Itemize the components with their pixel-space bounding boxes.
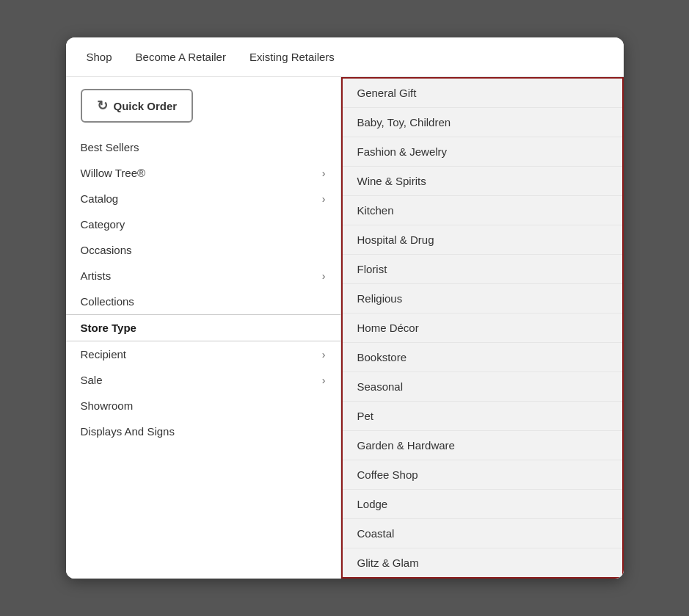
sidebar-item-showroom[interactable]: Showroom <box>66 393 340 418</box>
right-item-glitz-glam[interactable]: Glitz & Glam <box>343 548 622 577</box>
right-item-general-gift[interactable]: General Gift <box>343 79 622 108</box>
right-panel: General Gift Baby, Toy, Children Fashion… <box>341 77 624 579</box>
chevron-right-icon: › <box>322 193 326 205</box>
sidebar-item-willow-tree[interactable]: Willow Tree® › <box>66 160 340 186</box>
chevron-right-icon: › <box>322 374 326 386</box>
browser-frame: Shop Become A Retailer Existing Retailer… <box>66 37 624 579</box>
nav-become-retailer[interactable]: Become A Retailer <box>136 51 226 63</box>
sidebar-item-recipient[interactable]: Recipient › <box>66 341 340 367</box>
refresh-icon: ↻ <box>97 98 108 114</box>
sidebar-item-store-type[interactable]: Store Type <box>66 314 340 341</box>
sidebar-item-occasions[interactable]: Occasions <box>66 237 340 263</box>
right-item-fashion-jewelry[interactable]: Fashion & Jewelry <box>343 137 622 167</box>
right-item-home-decor[interactable]: Home Décor <box>343 314 622 343</box>
chevron-right-icon: › <box>322 167 326 179</box>
right-item-seasonal[interactable]: Seasonal <box>343 372 622 402</box>
sidebar-item-label: Best Sellers <box>81 141 139 153</box>
sidebar-item-sale[interactable]: Sale › <box>66 367 340 393</box>
right-item-coastal[interactable]: Coastal <box>343 519 622 548</box>
sidebar-item-label: Willow Tree® <box>81 167 146 179</box>
menu-container: ↻ Quick Order Best Sellers Willow Tree® … <box>66 77 624 579</box>
right-item-garden-hardware[interactable]: Garden & Hardware <box>343 431 622 460</box>
sidebar-item-best-sellers[interactable]: Best Sellers <box>66 134 340 160</box>
right-item-wine-spirits[interactable]: Wine & Spirits <box>343 167 622 196</box>
left-menu-list: Best Sellers Willow Tree® › Catalog › Ca… <box>66 134 340 444</box>
right-item-baby-toy-children[interactable]: Baby, Toy, Children <box>343 108 622 137</box>
sidebar-item-displays-signs[interactable]: Displays And Signs <box>66 418 340 444</box>
sidebar-item-label: Artists <box>81 269 112 282</box>
sidebar-item-label: Displays And Signs <box>81 425 175 438</box>
chevron-right-icon: › <box>322 349 326 360</box>
sidebar-item-label: Showroom <box>81 399 134 412</box>
sidebar-item-category[interactable]: Category <box>66 211 340 237</box>
store-type-wrapper: Store Type <box>66 314 340 341</box>
sidebar-item-collections[interactable]: Collections <box>66 289 340 314</box>
sidebar-item-label: Catalog <box>81 192 119 205</box>
right-item-coffee-shop[interactable]: Coffee Shop <box>343 460 622 490</box>
sidebar-item-label: Collections <box>81 295 134 308</box>
right-item-bookstore[interactable]: Bookstore <box>343 343 622 372</box>
right-item-kitchen[interactable]: Kitchen <box>343 196 622 225</box>
sidebar-item-label: Recipient <box>81 348 127 360</box>
right-item-hospital-drug[interactable]: Hospital & Drug <box>343 225 622 255</box>
right-item-florist[interactable]: Florist <box>343 255 622 284</box>
left-panel: ↻ Quick Order Best Sellers Willow Tree® … <box>66 77 341 579</box>
sidebar-item-label: Category <box>81 218 125 231</box>
top-nav: Shop Become A Retailer Existing Retailer… <box>66 37 624 77</box>
sidebar-item-artists[interactable]: Artists › <box>66 263 340 289</box>
sidebar-item-label: Store Type <box>81 322 136 334</box>
right-item-pet[interactable]: Pet <box>343 402 622 431</box>
sidebar-item-label: Sale <box>81 374 103 386</box>
quick-order-button[interactable]: ↻ Quick Order <box>81 89 194 123</box>
sidebar-item-label: Occasions <box>81 244 132 256</box>
quick-order-label: Quick Order <box>114 100 178 112</box>
nav-existing-retailers[interactable]: Existing Retailers <box>249 51 335 63</box>
right-item-religious[interactable]: Religious <box>343 284 622 314</box>
chevron-right-icon: › <box>322 270 326 282</box>
sidebar-item-catalog[interactable]: Catalog › <box>66 186 340 211</box>
nav-shop[interactable]: Shop <box>87 51 112 63</box>
right-item-lodge[interactable]: Lodge <box>343 490 622 519</box>
